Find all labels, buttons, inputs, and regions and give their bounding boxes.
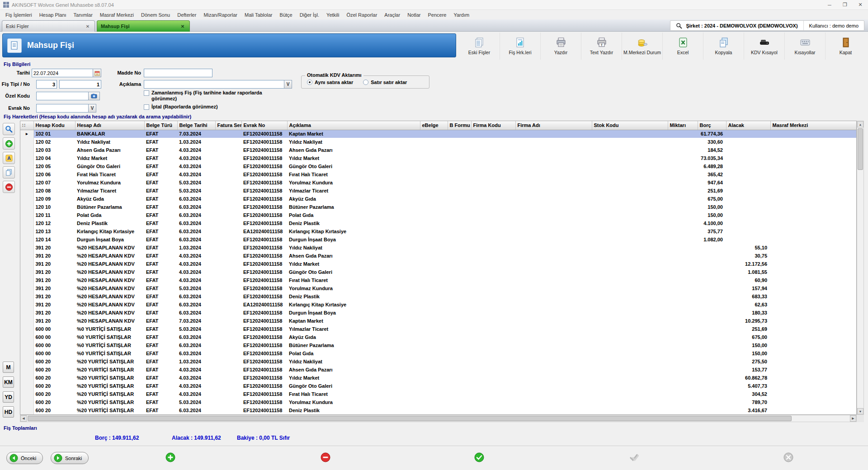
grid-cell[interactable] — [215, 235, 241, 244]
zamanlanmis-fis-checkbox[interactable] — [144, 90, 149, 96]
grid-cell[interactable] — [770, 341, 856, 349]
grid-cell[interactable] — [448, 390, 471, 398]
grid-cell[interactable]: EFAT — [144, 398, 177, 406]
grid-cell[interactable]: 251,69 — [698, 187, 726, 195]
grid-cell[interactable]: 391 20 — [33, 276, 75, 284]
grid-cell[interactable]: 102 01 — [33, 130, 75, 138]
grid-cell[interactable] — [668, 406, 698, 414]
grid-cell[interactable]: EF120240011158 — [241, 138, 287, 146]
column-header[interactable]: Belge Tarihi — [177, 121, 215, 130]
grid-row[interactable]: 391 20%20 HESAPLANAN KDVEFAT6.03.2024EF1… — [20, 292, 856, 301]
grid-cell[interactable] — [592, 211, 668, 219]
grid-cell[interactable] — [448, 268, 471, 276]
grid-cell[interactable] — [215, 333, 241, 341]
grid-cell[interactable]: 6.03.2024 — [177, 301, 215, 309]
grid-cell[interactable] — [515, 211, 592, 219]
grid-cell[interactable] — [448, 309, 471, 317]
grid-cell[interactable]: 7.03.2024 — [177, 130, 215, 138]
grid-cell[interactable] — [698, 390, 726, 398]
grid-row[interactable]: 600 00%0 YURTİÇİ SATIŞLAREFAT6.03.2024EF… — [20, 333, 856, 341]
column-header[interactable]: Evrak No — [241, 121, 287, 130]
grid-cell[interactable]: 4.03.2024 — [177, 260, 215, 268]
menu-item-araçlar[interactable]: Araçlar — [381, 11, 404, 19]
grid-cell[interactable] — [471, 260, 515, 268]
grid-cell[interactable]: Deniz Plastik — [287, 219, 420, 227]
grid-cell[interactable] — [770, 179, 856, 187]
grid-cell[interactable]: Kaptan Market — [287, 317, 420, 325]
grid-row[interactable]: 600 00%0 YURTİÇİ SATIŞLAREFAT5.03.2024EF… — [20, 325, 856, 333]
grid-cell[interactable] — [515, 146, 592, 154]
grid-row[interactable]: 391 20%20 HESAPLANAN KDVEFAT4.03.2024EF1… — [20, 268, 856, 276]
grid-cell[interactable] — [770, 390, 856, 398]
grid-cell[interactable]: EF120240011158 — [241, 357, 287, 366]
horizontal-scroll-thumb[interactable] — [28, 416, 792, 421]
grid-cell[interactable]: 600 20 — [33, 357, 75, 366]
grid-cell[interactable] — [726, 130, 770, 138]
grid-cell[interactable]: 391 20 — [33, 317, 75, 325]
grid-cell[interactable]: 4.03.2024 — [177, 374, 215, 382]
grid-cell[interactable] — [215, 179, 241, 187]
grid-cell[interactable] — [448, 398, 471, 406]
grid-cell[interactable]: EF120240011158 — [241, 179, 287, 187]
grid-cell[interactable]: EF120240011158 — [241, 211, 287, 219]
grid-cell[interactable]: EFAT — [144, 154, 177, 162]
grid-cell[interactable] — [770, 349, 856, 357]
grid-cell[interactable]: 6.03.2024 — [177, 333, 215, 341]
grid-cell[interactable]: EFAT — [144, 170, 177, 179]
tab-mahsup-fisi[interactable]: Mahsup Fişi ✕ — [97, 20, 190, 32]
search-icon[interactable] — [676, 23, 682, 29]
fis-hareketleri-button[interactable]: Fiş Hrk.leri — [500, 33, 540, 60]
grid-row[interactable]: 120 03Ahsen Gıda PazarıEFAT4.03.2024EF12… — [20, 146, 856, 154]
grid-cell[interactable]: 6.03.2024 — [177, 349, 215, 357]
grid-cell[interactable] — [770, 211, 856, 219]
grid-cell[interactable] — [592, 235, 668, 244]
grid-cell[interactable]: 1.03.2024 — [177, 138, 215, 146]
grid-cell[interactable]: 304,52 — [726, 390, 770, 398]
grid-cell[interactable] — [420, 398, 448, 406]
grid-cell[interactable] — [770, 260, 856, 268]
grid-cell[interactable]: 600 00 — [33, 325, 75, 333]
grid-cell[interactable]: Bütüner Pazarlama — [287, 203, 420, 211]
grid-cell[interactable]: Durgun İnşaat Boya — [287, 235, 420, 244]
grid-cell[interactable] — [448, 130, 471, 138]
grid-cell[interactable] — [592, 268, 668, 276]
grid-account-button[interactable]: A — [3, 152, 15, 164]
grid-cell[interactable] — [215, 195, 241, 203]
column-header[interactable]: Masraf Merkezi — [770, 121, 856, 130]
grid-cell[interactable] — [215, 260, 241, 268]
grid-cell[interactable]: Yıldız Nakliyat — [287, 244, 420, 252]
grid-cell[interactable] — [448, 382, 471, 390]
grid-cell[interactable]: 391 20 — [33, 244, 75, 252]
grid-delete-row-button[interactable] — [3, 181, 15, 193]
grid-cell[interactable] — [448, 292, 471, 301]
grid-cell[interactable] — [668, 219, 698, 227]
grid-cell[interactable] — [668, 211, 698, 219]
grid-cell[interactable] — [668, 179, 698, 187]
grid-cell[interactable] — [215, 211, 241, 219]
grid-cell[interactable]: 600 00 — [33, 349, 75, 357]
grid-cell[interactable]: EF120240011158 — [241, 341, 287, 349]
grid-cell[interactable]: Güngör Oto Galeri — [287, 162, 420, 170]
grid-cell[interactable]: EF120240011158 — [241, 162, 287, 170]
kdv-option-ayni-satira[interactable]: Aynı satıra aktar — [307, 80, 353, 85]
grid-cell[interactable] — [471, 252, 515, 260]
grid-cell[interactable] — [471, 130, 515, 138]
grid-cell[interactable] — [668, 398, 698, 406]
grid-cell[interactable]: EFAT — [144, 357, 177, 366]
grid-cell[interactable] — [448, 170, 471, 179]
grid-cell[interactable]: %20 YURTİÇİ SATIŞLAR — [75, 390, 144, 398]
grid-cell[interactable] — [515, 349, 592, 357]
column-header[interactable]: Belge Türü — [144, 121, 177, 130]
menu-item-masraf-merkezi[interactable]: Masraf Merkezi — [96, 11, 137, 19]
grid-cell[interactable] — [668, 235, 698, 244]
grid-cell[interactable]: Deniz Plastik — [287, 406, 420, 414]
grid-cell[interactable]: EFAT — [144, 325, 177, 333]
grid-cell[interactable] — [471, 227, 515, 235]
grid-cell[interactable] — [770, 317, 856, 325]
grid-cell[interactable]: EF120240011158 — [241, 146, 287, 154]
kapat-button[interactable]: Kapat — [825, 33, 866, 60]
grid-cell[interactable] — [592, 284, 668, 292]
grid-cell[interactable] — [471, 244, 515, 252]
grid-cell[interactable] — [770, 292, 856, 301]
grid-row[interactable]: 391 20%20 HESAPLANAN KDVEFAT6.03.2024EF1… — [20, 309, 856, 317]
